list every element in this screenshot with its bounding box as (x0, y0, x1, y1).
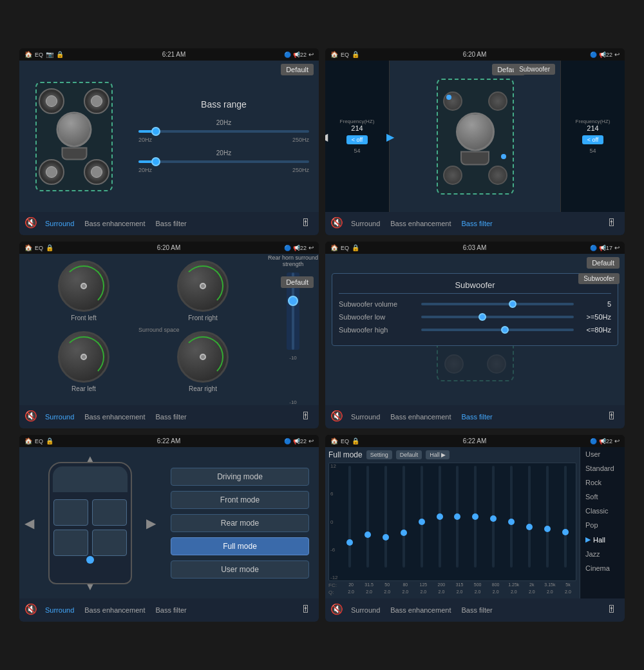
panel6-content: Full mode Setting Default Hall ▶ 12 6 0 (325, 447, 625, 598)
bass-filter-btn-4[interactable]: Bass filter (457, 412, 496, 422)
driving-mode-btn[interactable]: Driving mode (171, 468, 309, 486)
slider-top-val: -10 (289, 355, 297, 361)
eq-bar-thumb-3 (383, 534, 389, 541)
fc-val-4: 80 (397, 582, 413, 588)
lock-icon-4: 🔒 (352, 244, 359, 251)
nav-right-arrow[interactable]: ▶ (146, 515, 156, 531)
surround-btn-2[interactable]: Surround (347, 218, 384, 229)
mute-icon-4[interactable]: 🔇 (330, 410, 345, 424)
eq-adjust-icon-1[interactable]: 🎚 (301, 217, 314, 230)
preset-standard[interactable]: Standard (580, 461, 625, 475)
eq-default-btn[interactable]: Default (396, 450, 422, 459)
eq-bar-col-11[interactable] (521, 466, 537, 568)
gauge-label-rr: Rear right (189, 385, 217, 392)
gauge-circle-rl[interactable] (58, 331, 109, 383)
eq-bar-col-13[interactable] (557, 466, 573, 568)
dialog-slider-low[interactable] (421, 316, 574, 318)
nav-left-arrow[interactable]: ◀ (24, 515, 34, 531)
bass-filter-btn-1[interactable]: Bass filter (151, 218, 190, 229)
eq-adjust-icon-2[interactable]: 🎚 (607, 217, 620, 230)
speaker-rl (39, 159, 64, 185)
home-icon-2: 🏠 (330, 51, 338, 58)
eq-adjust-icon-5[interactable]: 🎚 (301, 604, 314, 617)
eq-bar-col-7[interactable] (450, 466, 466, 568)
default-button-3[interactable]: Default (281, 276, 314, 288)
mute-icon-2[interactable]: 🔇 (330, 216, 345, 231)
eq-adjust-icon-6[interactable]: 🎚 (607, 604, 620, 617)
range1-track[interactable] (138, 130, 309, 133)
preset-user[interactable]: User (580, 447, 625, 461)
gauge-circle-fr[interactable] (177, 260, 229, 312)
subwoofer-button-2[interactable]: Subwoofer (514, 64, 555, 75)
bass-filter-btn-5[interactable]: Bass filter (151, 605, 190, 615)
gauge-circle-rr[interactable] (177, 331, 229, 383)
freq-value-right: 214 (587, 124, 598, 132)
range2-max: 250Hz (292, 167, 309, 173)
eq-bar-col-10[interactable] (504, 466, 520, 568)
dialog-slider-high[interactable] (421, 329, 574, 331)
preset-hall[interactable]: ▶ Hall (580, 532, 625, 547)
eq-bar-col-6[interactable] (431, 466, 448, 568)
bass-enh-btn-2[interactable]: Bass enhancement (386, 218, 455, 229)
bass-enh-btn-1[interactable]: Bass enhancement (80, 218, 149, 229)
eq-bar-col-12[interactable] (539, 466, 555, 568)
bt-icon-4: 🔵 (590, 245, 597, 251)
surround-btn-5[interactable]: Surround (41, 605, 78, 615)
home-icon-3: 🏠 (24, 244, 32, 251)
mute-icon-3[interactable]: 🔇 (24, 410, 39, 424)
eq-bar-thumb-10 (508, 519, 515, 525)
panel-mode-select: 🏠 EQ 🔒 6:22 AM 🔵 📢22 ↩ ▲ ◀ ▶ (19, 435, 319, 622)
bass-filter-btn-3[interactable]: Bass filter (151, 412, 190, 422)
mute-icon-1[interactable]: 🔇 (24, 216, 39, 231)
preset-soft[interactable]: Soft (580, 490, 625, 504)
eq-bar-col-1[interactable] (342, 466, 358, 568)
default-button-1[interactable]: Default (281, 64, 314, 75)
surround-btn-3[interactable]: Surround (41, 412, 78, 422)
off-btn-right[interactable]: < off (582, 135, 604, 144)
preset-rock[interactable]: Rock (580, 475, 625, 490)
bass-enh-btn-4[interactable]: Bass enhancement (386, 412, 455, 422)
eq-bar-col-5[interactable] (413, 466, 430, 568)
gauge-circle-fl[interactable] (58, 260, 109, 312)
preset-arrow: ▶ (585, 535, 591, 544)
bass-filter-btn-6[interactable]: Bass filter (457, 605, 496, 615)
surround-btn-1[interactable]: Surround (41, 218, 78, 229)
eq-bar-thumb-1 (346, 539, 353, 546)
eq-setting-btn[interactable]: Setting (366, 450, 392, 459)
eq-bar-col-9[interactable] (486, 466, 502, 568)
fc-val-3: 50 (379, 582, 395, 588)
preset-cinema[interactable]: Cinema (580, 561, 625, 575)
range2-track[interactable] (138, 160, 309, 163)
gauge-dot-rr (200, 354, 206, 360)
preset-classic[interactable]: Classic (580, 504, 625, 518)
eq-hall-btn[interactable]: Hall ▶ (426, 450, 450, 459)
eq-bar-col-2[interactable] (360, 466, 376, 568)
subwoofer-button-4[interactable]: Subwoofer (578, 273, 620, 284)
front-mode-btn[interactable]: Front mode (171, 491, 309, 509)
panel-bass-range: 🏠 EQ 📷 🔒 6:21 AM 🔵 📢22 ↩ (19, 48, 319, 235)
eq-adjust-icon-3[interactable]: 🎚 (301, 410, 314, 423)
bass-enh-btn-5[interactable]: Bass enhancement (80, 605, 149, 615)
rear-mode-btn[interactable]: Rear mode (171, 514, 309, 532)
bass-filter-btn-2[interactable]: Bass filter (457, 218, 496, 229)
dialog-slider-volume[interactable] (421, 303, 574, 305)
eq-adjust-icon-4[interactable]: 🎚 (607, 410, 620, 423)
bass-enh-btn-6[interactable]: Bass enhancement (386, 605, 455, 615)
gauge-rear-left: Rear left (26, 331, 142, 399)
user-mode-btn[interactable]: User mode (171, 560, 309, 579)
bass-enh-btn-3[interactable]: Bass enhancement (80, 412, 149, 422)
preset-jazz[interactable]: Jazz (580, 547, 625, 561)
default-button-4[interactable]: Default (587, 257, 620, 269)
status-bar-1: 🏠 EQ 📷 🔒 6:21 AM 🔵 📢22 ↩ (19, 48, 319, 61)
preset-pop[interactable]: Pop (580, 518, 625, 532)
lock-icon-3: 🔒 (46, 244, 53, 251)
eq-bar-col-4[interactable] (396, 466, 412, 568)
mute-icon-5[interactable]: 🔇 (24, 603, 39, 617)
full-mode-btn[interactable]: Full mode (171, 537, 309, 555)
surround-btn-6[interactable]: Surround (347, 605, 384, 615)
mute-icon-6[interactable]: 🔇 (330, 603, 345, 617)
surround-btn-4[interactable]: Surround (347, 412, 384, 422)
off-btn-left[interactable]: < off (346, 135, 368, 144)
eq-bar-col-3[interactable] (378, 466, 394, 568)
eq-bar-col-8[interactable] (468, 466, 484, 568)
